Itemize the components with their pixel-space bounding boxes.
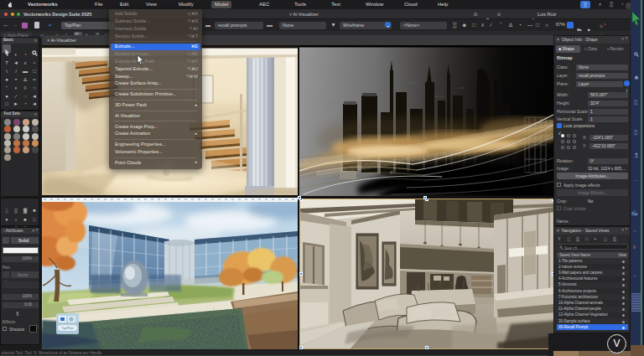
svg-text:Top/Plan: Top/Plan (62, 327, 74, 330)
